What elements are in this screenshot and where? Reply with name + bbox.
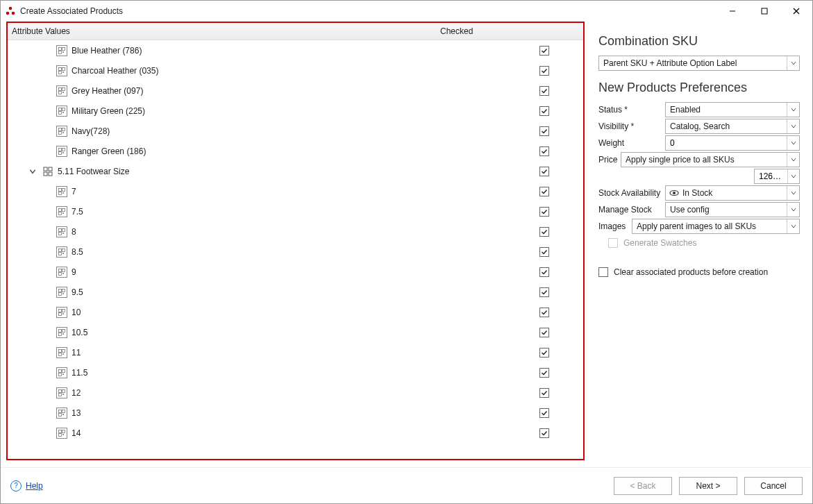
checked-checkbox[interactable] xyxy=(539,227,549,237)
cancel-label: Cancel xyxy=(760,481,786,491)
close-button[interactable] xyxy=(780,1,812,22)
svg-rect-9 xyxy=(59,51,62,53)
checked-checkbox[interactable] xyxy=(539,388,549,398)
checked-checkbox[interactable] xyxy=(539,146,549,156)
attribute-group-row[interactable]: 5.11 Footwear Size xyxy=(8,161,583,181)
svg-rect-24 xyxy=(59,151,62,154)
checked-checkbox[interactable] xyxy=(539,86,549,96)
price-value: 126.44 xyxy=(755,171,787,181)
svg-rect-67 xyxy=(59,433,62,436)
checked-checkbox[interactable] xyxy=(539,348,549,358)
images-select[interactable]: Apply parent images to all SKUs xyxy=(632,219,800,234)
checked-checkbox[interactable] xyxy=(539,46,549,56)
attribute-value-icon xyxy=(56,146,67,157)
price-value-input[interactable]: 126.44 xyxy=(754,169,800,184)
attribute-value-row[interactable]: Ranger Green (186) xyxy=(8,141,583,161)
manage-stock-select[interactable]: Use config xyxy=(665,202,800,217)
checked-checkbox[interactable] xyxy=(539,408,549,418)
combination-sku-heading: Combination SKU xyxy=(598,34,800,49)
attribute-value-row[interactable]: 10.5 xyxy=(8,322,583,342)
attribute-tree[interactable]: Blue Heather (786)Charcoal Heather (035)… xyxy=(8,40,583,459)
attribute-value-row[interactable]: 11 xyxy=(8,342,583,362)
checked-checkbox[interactable] xyxy=(539,187,549,196)
images-value: Apply parent images to all SKUs xyxy=(632,221,787,231)
checked-checkbox[interactable] xyxy=(539,126,549,136)
attribute-value-row[interactable]: Charcoal Heather (035) xyxy=(8,60,583,81)
svg-rect-25 xyxy=(44,167,47,171)
checked-checkbox[interactable] xyxy=(539,368,549,378)
attribute-value-row[interactable]: Military Green (225) xyxy=(8,101,583,121)
attribute-value-row[interactable]: 7.5 xyxy=(8,201,583,221)
combination-sku-select[interactable]: Parent SKU + Attribute Option Label xyxy=(598,56,800,71)
attribute-value-label: 12 xyxy=(72,388,505,398)
svg-rect-64 xyxy=(59,413,62,416)
attribute-value-row[interactable]: 11.5 xyxy=(8,362,583,383)
svg-rect-49 xyxy=(59,312,62,315)
attribute-value-row[interactable]: Navy(728) xyxy=(8,121,583,141)
price-mode-select[interactable]: Apply single price to all SKUs xyxy=(621,152,800,167)
weight-input[interactable]: 0 xyxy=(665,135,800,151)
checked-checkbox[interactable] xyxy=(539,247,549,257)
attribute-value-row[interactable]: 12 xyxy=(8,383,583,403)
minimize-button[interactable] xyxy=(716,1,748,22)
checked-checkbox[interactable] xyxy=(539,167,549,176)
new-products-preferences-heading: New Products Preferences xyxy=(598,81,800,95)
svg-rect-59 xyxy=(59,389,62,392)
cancel-button[interactable]: Cancel xyxy=(744,477,803,495)
attribute-value-row[interactable]: Grey Heather (097) xyxy=(8,81,583,101)
maximize-button[interactable] xyxy=(748,1,780,22)
attribute-value-icon xyxy=(56,206,67,217)
svg-rect-41 xyxy=(59,269,62,271)
checked-checkbox[interactable] xyxy=(539,207,549,217)
next-button[interactable]: Next > xyxy=(679,477,737,495)
back-button[interactable]: < Back xyxy=(614,477,672,495)
combination-sku-value: Parent SKU + Attribute Option Label xyxy=(599,58,787,68)
attribute-value-icon xyxy=(56,246,67,258)
checked-checkbox[interactable] xyxy=(539,66,549,76)
window-title: Create Associated Products xyxy=(20,6,123,16)
svg-rect-19 xyxy=(59,128,62,131)
attribute-value-icon xyxy=(56,387,67,398)
attribute-value-row[interactable]: Blue Heather (786) xyxy=(8,40,583,60)
clear-associated-checkbox[interactable] xyxy=(598,267,608,277)
svg-rect-48 xyxy=(62,309,65,312)
attribute-value-row[interactable]: 10 xyxy=(8,302,583,322)
visibility-select[interactable]: Catalog, Search xyxy=(665,119,800,134)
attribute-value-row[interactable]: 9 xyxy=(8,262,583,282)
svg-rect-27 xyxy=(44,172,47,176)
generate-swatches-checkbox[interactable] xyxy=(608,238,618,248)
attribute-value-row[interactable]: 9.5 xyxy=(8,282,583,302)
settings-panel: Combination SKU Parent SKU + Attribute O… xyxy=(598,22,807,467)
price-label: Price xyxy=(598,155,618,165)
checked-checkbox[interactable] xyxy=(539,328,549,337)
attribute-group-label: 5.11 Footwear Size xyxy=(58,167,505,176)
svg-rect-17 xyxy=(62,108,65,110)
attribute-value-row[interactable]: 8.5 xyxy=(8,242,583,262)
attribute-value-label: 11 xyxy=(72,348,505,358)
svg-rect-4 xyxy=(762,8,767,14)
attribute-value-icon xyxy=(56,367,67,378)
price-mode-value: Apply single price to all SKUs xyxy=(621,155,787,165)
attribute-value-label: Grey Heather (097) xyxy=(72,86,505,96)
status-select[interactable]: Enabled xyxy=(665,102,800,117)
checked-checkbox[interactable] xyxy=(539,106,549,116)
svg-rect-20 xyxy=(62,128,65,131)
attribute-value-label: 7.5 xyxy=(72,207,505,217)
attribute-value-row[interactable]: 8 xyxy=(8,221,583,242)
svg-rect-26 xyxy=(49,167,52,171)
checked-checkbox[interactable] xyxy=(539,308,549,317)
attribute-value-icon xyxy=(56,65,67,76)
stock-availability-select[interactable]: In Stock xyxy=(665,185,800,201)
weight-label: Weight xyxy=(598,138,665,148)
checked-checkbox[interactable] xyxy=(539,287,549,297)
chevron-down-icon[interactable] xyxy=(28,167,37,176)
attribute-value-row[interactable]: 7 xyxy=(8,181,583,201)
checked-checkbox[interactable] xyxy=(539,267,549,277)
attribute-value-row[interactable]: 13 xyxy=(8,403,583,423)
help-link[interactable]: ? Help xyxy=(10,480,43,492)
attribute-value-icon xyxy=(56,327,67,338)
checked-checkbox[interactable] xyxy=(539,428,549,438)
attribute-value-row[interactable]: 14 xyxy=(8,423,583,443)
attribute-value-label: 10 xyxy=(72,308,505,317)
title-bar: Create Associated Products xyxy=(1,1,812,22)
